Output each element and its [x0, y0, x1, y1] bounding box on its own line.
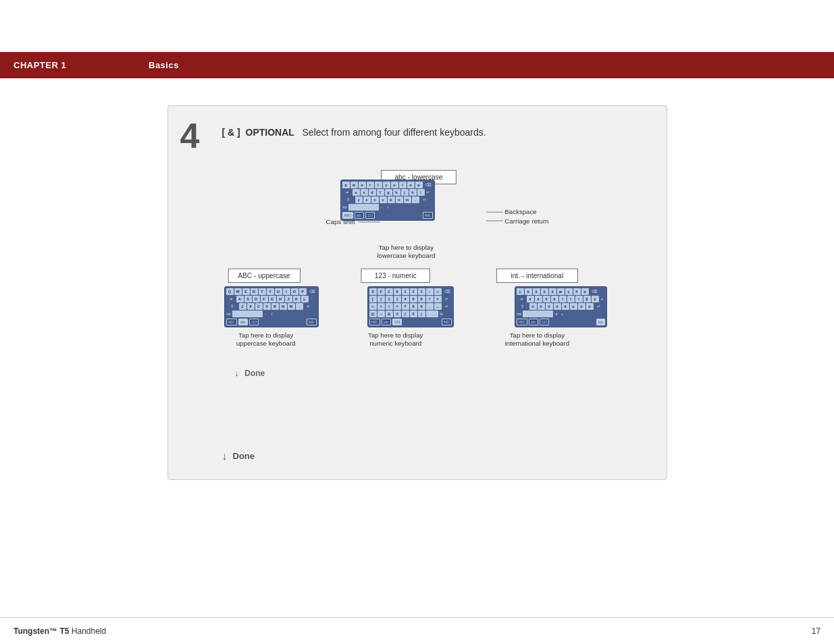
- svg-text:Tap here to display: Tap here to display: [368, 331, 423, 338]
- uppercase-keyboard: QWERTYUIOP⌫ ⇥ASDFGHJKL' ⇧ZXCVBNM.↵ int-/: [224, 284, 319, 327]
- brand-name: Tungsten™ T5: [14, 626, 69, 636]
- done-arrow-icon: ↓: [222, 450, 228, 462]
- step-instruction: [ & ] OPTIONAL Select from among four di…: [222, 126, 646, 140]
- footer: Tungsten™ T5 Handheld 17: [0, 617, 834, 644]
- svg-text:international keyboard: international keyboard: [504, 339, 569, 346]
- main-content: 4 [ & ] OPTIONAL Select from among four …: [0, 78, 834, 617]
- svg-text:Tap here to display: Tap here to display: [509, 331, 564, 338]
- svg-text:Done: Done: [244, 369, 265, 378]
- brand-subtitle: Handheld: [72, 626, 106, 636]
- abc-keyboard: qwertyuiop⌫ ⇥asdfghjkl↵ ⇧zxcvbnm.↵ int-/: [340, 177, 435, 221]
- bracket-text: [ & ]: [222, 127, 240, 138]
- step-card: 4 [ & ] OPTIONAL Select from among four …: [167, 105, 667, 480]
- svg-text:Tap here to display: Tap here to display: [238, 331, 292, 338]
- instruction-main: Select from among four different keyboar…: [303, 127, 486, 138]
- chapter-title: Basics: [149, 60, 179, 70]
- step-body: [ & ] OPTIONAL Select from among four di…: [222, 126, 646, 462]
- svg-text:↓: ↓: [234, 368, 238, 378]
- svg-text:ABC - uppercase: ABC - uppercase: [238, 272, 290, 279]
- step-number: 4: [180, 118, 200, 153]
- done-label: Done: [233, 451, 255, 461]
- svg-text:numeric keyboard: numeric keyboard: [369, 339, 421, 346]
- numeric-keyboard: $€£¥123-+⌫ []{}456/×↵ <>\=789.…↵ @~&#(0)…: [367, 284, 454, 327]
- footer-page-number: 17: [812, 626, 820, 636]
- svg-text:123 - numeric: 123 - numeric: [374, 272, 416, 279]
- international-keyboard: çàâäåæçñø⌫ ⇥èéêëìîïβý♦ ⇧óôöõðúûü↵ int◄«: [515, 284, 607, 327]
- svg-text:lowercase keyboard: lowercase keyboard: [377, 252, 435, 259]
- header-bar: CHAPTER 1 Basics: [0, 52, 834, 78]
- diagram-wrapper: abc - lowercase Tab Caps shift Backspace: [222, 153, 646, 437]
- chapter-label: CHAPTER 1: [14, 60, 149, 70]
- optional-text: OPTIONAL: [246, 127, 294, 138]
- svg-text:Tap here to display: Tap here to display: [378, 244, 433, 251]
- footer-brand: Tungsten™ T5 Handheld: [14, 626, 106, 636]
- svg-text:Backspace: Backspace: [504, 208, 536, 215]
- svg-text:Carriage return: Carriage return: [504, 217, 548, 224]
- svg-text:int. - international: int. - international: [511, 272, 563, 279]
- done-section: ↓ Done: [222, 450, 646, 462]
- svg-text:uppercase keyboard: uppercase keyboard: [236, 339, 295, 346]
